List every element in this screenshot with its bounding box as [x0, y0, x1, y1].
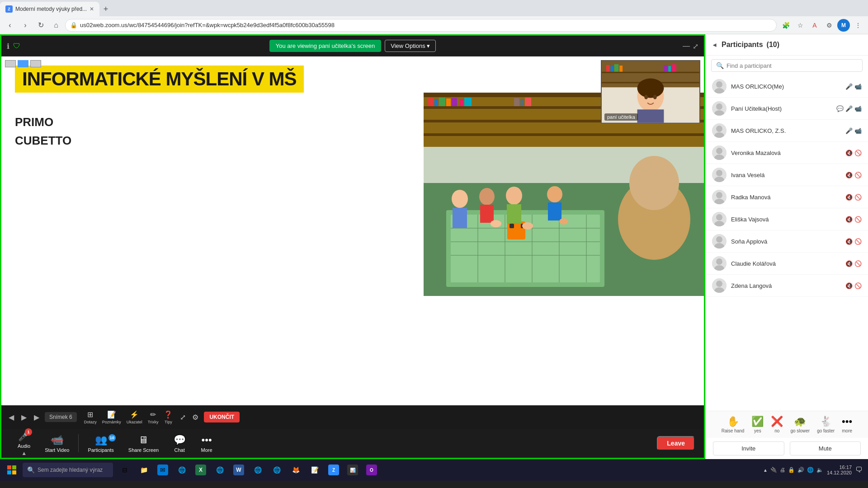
view-btn-1[interactable]: [5, 60, 16, 67]
trixky-icon: ✏: [150, 410, 156, 419]
leave-button[interactable]: Leave: [657, 436, 695, 450]
task-view-icon: ⊟: [119, 465, 130, 475]
taskbar-app-edge[interactable]: 🌐: [268, 460, 286, 480]
no-button[interactable]: ❌ no: [771, 416, 783, 433]
search-input[interactable]: [726, 62, 858, 69]
taskbar-app-notepad[interactable]: 📝: [306, 460, 324, 480]
more-button[interactable]: ••• More: [193, 432, 220, 455]
go-slower-icon: 🐢: [794, 416, 806, 427]
tool-poznamky[interactable]: 📝 Poznámky: [102, 410, 121, 424]
share-screen-icon: 🖥: [138, 434, 148, 446]
svg-rect-51: [611, 66, 613, 72]
acrobat-icon[interactable]: A: [808, 19, 821, 32]
chat-label: Chat: [175, 447, 185, 453]
minimize-icon[interactable]: —: [683, 42, 690, 50]
more-reactions-button[interactable]: ••• more: [842, 416, 852, 433]
svg-point-70: [716, 126, 722, 132]
invite-button[interactable]: Invite: [713, 441, 784, 455]
taskbar-app-onenote[interactable]: O: [363, 460, 381, 480]
yes-button[interactable]: ✅ yes: [751, 416, 764, 433]
svg-rect-96: [12, 470, 16, 474]
svg-point-67: [716, 103, 722, 110]
view-btn-3[interactable]: [30, 60, 41, 67]
video-muted-icon: 🚫: [854, 194, 862, 201]
svg-rect-52: [614, 64, 618, 72]
home-button[interactable]: ⌂: [50, 19, 62, 32]
new-tab-button[interactable]: +: [99, 3, 112, 15]
settings-icon[interactable]: ⚙: [192, 413, 198, 422]
taskbar-app-ie[interactable]: 🌐: [249, 460, 267, 480]
tray-icon-4: 🔊: [797, 467, 804, 473]
participants-button[interactable]: 👥 10 Participants: [80, 432, 121, 455]
prev-slide-button[interactable]: ◀: [7, 411, 16, 423]
raise-hand-button[interactable]: ✋ Raise hand: [722, 416, 745, 433]
collapse-panel-button[interactable]: ◂: [713, 41, 716, 48]
taskbar-app-firefox[interactable]: 🦊: [287, 460, 305, 480]
forward-button[interactable]: ›: [19, 19, 32, 32]
extensions-icon2[interactable]: ⚙: [823, 19, 835, 32]
list-item: Paní Učitelka(Host) 💬 🎤 📹: [706, 98, 868, 120]
participant-name: MAS ORLICKO, Z.S.: [731, 127, 841, 134]
chat-button[interactable]: 💬 Chat: [166, 432, 193, 455]
file-explorer-icon: 📁: [138, 465, 149, 475]
info-icon[interactable]: ℹ: [7, 42, 9, 50]
mute-all-button[interactable]: Mute: [790, 441, 861, 455]
taskbar-app-app1[interactable]: 🌐: [211, 460, 229, 480]
participant-name: Zdena Langová: [731, 282, 841, 289]
next-slide-button[interactable]: ▶: [32, 411, 41, 423]
view-btn-2[interactable]: [18, 60, 28, 67]
pres-tools: ⊞ Dotazy 📝 Poznámky ⚡ Ukazatel ✏ Trixky …: [84, 410, 173, 424]
notepad-icon: 📝: [309, 465, 320, 475]
go-faster-button[interactable]: 🐇 go faster: [817, 416, 835, 433]
profile-icon[interactable]: M: [837, 19, 850, 32]
active-tab[interactable]: Z Moderní metody výuky před... ✕: [0, 2, 99, 16]
play-button[interactable]: ▶: [19, 411, 28, 423]
taskbar-app-calculator[interactable]: 📊: [344, 460, 362, 480]
fit-screen-icon[interactable]: ⤢: [180, 413, 186, 422]
participants-count: 10: [108, 434, 116, 441]
tool-trixky[interactable]: ✏ Trixky: [148, 410, 159, 424]
ie-icon: 🌐: [252, 465, 263, 475]
tray-expand-icon[interactable]: ▲: [763, 468, 768, 473]
extensions-icon[interactable]: 🧩: [779, 19, 792, 32]
video-muted-icon: 🚫: [854, 260, 862, 267]
share-screen-button[interactable]: 🖥 Share Screen: [121, 432, 166, 455]
system-tray-icons: ▲ 🔌 🖨 🔒 🔊 🌐 🔈: [763, 467, 823, 473]
audio-button[interactable]: 1 🎤 Audio ▲: [10, 428, 38, 458]
tipy-label: Tipy: [165, 420, 172, 424]
end-presentation-button[interactable]: UKONČIT: [204, 412, 240, 422]
participant-name: Veronika Mazalová: [731, 150, 841, 156]
avatar: [712, 190, 726, 204]
audio-expand-icon[interactable]: ▲: [21, 450, 27, 456]
zoom-controls-top: — ⤢: [683, 42, 698, 50]
menu-icon[interactable]: ⋮: [852, 19, 864, 32]
taskbar-app-mail[interactable]: ✉: [154, 460, 172, 480]
date-display: 14.12.2020: [827, 470, 852, 475]
back-button[interactable]: ‹: [4, 19, 16, 32]
view-options-button[interactable]: View Options ▾: [385, 40, 436, 52]
browser-chrome: Z Moderní metody výuky před... ✕ + ‹ › ↻…: [0, 0, 868, 34]
tool-dotazy[interactable]: ⊞ Dotazy: [84, 410, 97, 424]
tab-close-button[interactable]: ✕: [90, 6, 94, 12]
taskbar-app-browser2[interactable]: 🌐: [173, 460, 191, 480]
taskbar-app-excel[interactable]: X: [192, 460, 210, 480]
tool-tipy[interactable]: ❓ Tipy: [164, 410, 173, 424]
browser2-icon: 🌐: [176, 465, 187, 475]
start-video-button[interactable]: 📹 Start Video: [38, 432, 76, 455]
address-bar[interactable]: 🔒 us02web.zoom.us/wc/84754544696/join?re…: [65, 19, 777, 32]
taskbar-app-zoom[interactable]: Z: [325, 460, 343, 480]
bookmark-star-icon[interactable]: ☆: [794, 19, 807, 32]
view-toggle: [5, 60, 41, 67]
mic-icon: 🎤: [845, 127, 853, 134]
taskbar-search-box[interactable]: 🔍 Sem zadejte hledaný výraz: [23, 463, 113, 477]
taskbar-app-task-view[interactable]: ⊟: [116, 460, 134, 480]
fullscreen-icon[interactable]: ⤢: [693, 42, 698, 50]
tool-ukazatel[interactable]: ⚡ Ukazatel: [127, 410, 142, 424]
notification-icon[interactable]: 🗨: [855, 466, 863, 474]
reload-button[interactable]: ↻: [34, 19, 47, 32]
windows-start-button[interactable]: [2, 460, 22, 480]
go-slower-button[interactable]: 🐢 go slower: [790, 416, 810, 433]
taskbar-app-file-explorer[interactable]: 📁: [135, 460, 153, 480]
taskbar-app-word[interactable]: W: [230, 460, 248, 480]
taskbar-clock[interactable]: 16:17 14.12.2020: [827, 465, 852, 475]
